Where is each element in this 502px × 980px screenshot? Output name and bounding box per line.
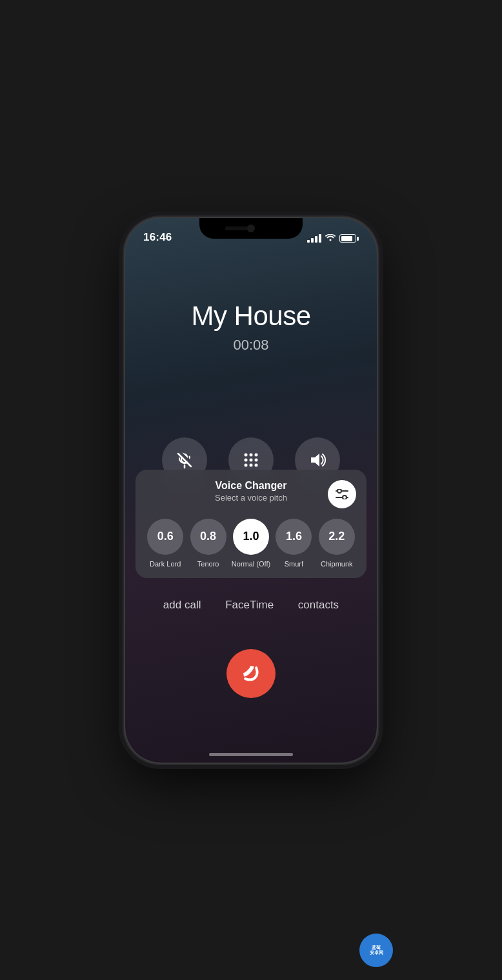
- voice-changer-settings-button[interactable]: [328, 480, 356, 508]
- pitch-label-smurf: Smurf: [285, 560, 303, 568]
- pitch-value-chipmunk: 2.2: [328, 530, 345, 543]
- popup-subtitle: Select a voice pitch: [174, 493, 328, 503]
- wifi-icon: [325, 234, 336, 244]
- svg-point-6: [249, 458, 252, 461]
- pitch-circle-tenoro[interactable]: 0.8: [190, 519, 226, 555]
- svg-point-3: [249, 453, 252, 456]
- bottom-controls: add call FaceTime contacts: [125, 599, 377, 612]
- pitch-value-dark-lord: 0.6: [157, 530, 174, 543]
- pitch-option-chipmunk[interactable]: 2.2 Chipmunk: [317, 519, 356, 568]
- pitch-value-tenoro: 0.8: [200, 530, 216, 543]
- svg-point-4: [254, 453, 257, 456]
- status-time: 16:46: [143, 231, 172, 244]
- home-indicator: [209, 753, 293, 756]
- pitch-options: 0.6 Dark Lord 0.8 Tenoro 1.0 Normal (: [146, 519, 356, 568]
- call-duration: 00:08: [233, 337, 268, 354]
- phone-device: 16:46: [125, 218, 377, 763]
- battery-icon: [339, 234, 359, 243]
- watermark-text: 蓝莓安卓网: [370, 945, 383, 956]
- svg-point-15: [343, 495, 346, 499]
- pitch-option-tenoro[interactable]: 0.8 Tenoro: [188, 519, 227, 568]
- contacts-button[interactable]: contacts: [298, 599, 339, 612]
- pitch-label-tenoro: Tenoro: [197, 560, 219, 568]
- notch: [199, 218, 303, 239]
- pitch-label-normal: Normal (Off): [232, 560, 270, 568]
- end-call-button[interactable]: [226, 649, 276, 698]
- popup-title-group: Voice Changer Select a voice pitch: [146, 480, 328, 503]
- pitch-value-normal: 1.0: [243, 530, 259, 543]
- pitch-circle-dark-lord[interactable]: 0.6: [147, 519, 183, 555]
- svg-point-9: [249, 463, 252, 466]
- status-icons: [307, 234, 359, 244]
- pitch-label-dark-lord: Dark Lord: [150, 560, 181, 568]
- watermark-badge: 蓝莓安卓网: [359, 934, 393, 967]
- svg-marker-11: [311, 454, 319, 466]
- pitch-label-chipmunk: Chipmunk: [321, 560, 353, 568]
- svg-point-13: [337, 489, 341, 493]
- pitch-option-dark-lord[interactable]: 0.6 Dark Lord: [146, 519, 185, 568]
- phone-screen: 16:46: [125, 218, 377, 763]
- popup-title: Voice Changer: [174, 480, 328, 492]
- popup-header: Voice Changer Select a voice pitch: [146, 480, 356, 508]
- front-camera: [247, 225, 255, 232]
- end-call-container: [226, 649, 276, 698]
- pitch-circle-normal[interactable]: 1.0: [233, 519, 269, 555]
- add-call-button[interactable]: add call: [163, 599, 201, 612]
- pitch-circle-chipmunk[interactable]: 2.2: [319, 519, 355, 555]
- caller-name: My House: [191, 301, 310, 332]
- pitch-value-smurf: 1.6: [286, 530, 302, 543]
- svg-point-5: [244, 458, 247, 461]
- svg-point-2: [244, 453, 247, 456]
- facetime-button[interactable]: FaceTime: [225, 599, 274, 612]
- svg-point-8: [244, 463, 247, 466]
- svg-point-7: [254, 458, 257, 461]
- pitch-option-smurf[interactable]: 1.6 Smurf: [274, 519, 313, 568]
- signal-icon: [307, 234, 321, 243]
- svg-point-10: [254, 463, 257, 466]
- pitch-option-normal[interactable]: 1.0 Normal (Off): [232, 519, 270, 568]
- pitch-circle-smurf[interactable]: 1.6: [276, 519, 312, 555]
- voice-changer-popup: Voice Changer Select a voice pitch: [136, 470, 366, 578]
